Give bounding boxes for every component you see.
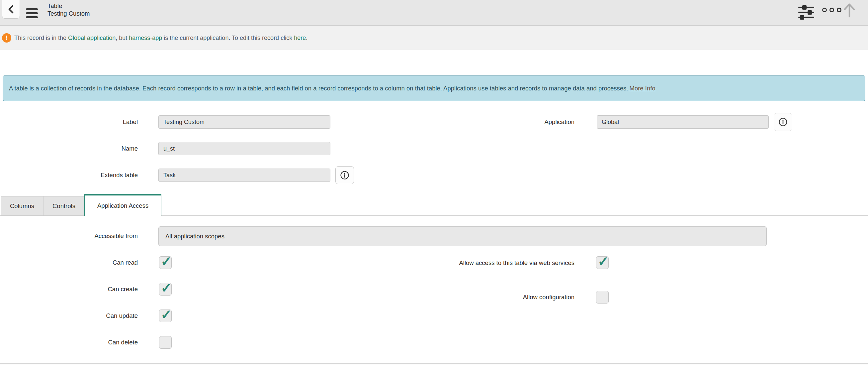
can-read-label: Can read: [0, 258, 138, 267]
accessible-from-select[interactable]: All application scopes: [158, 226, 767, 246]
record-type-label: Table: [48, 2, 90, 10]
label-field-label: Label: [0, 118, 138, 126]
form-tabs: Columns Controls Application Access: [0, 194, 868, 216]
warning-text: is the current application. To edit this…: [162, 35, 294, 41]
accessible-from-value: All application scopes: [165, 233, 224, 240]
can-create-checkbox[interactable]: [159, 283, 172, 295]
application-info-button[interactable]: [774, 113, 792, 131]
tab-application-access[interactable]: Application Access: [84, 194, 161, 216]
info-circle-icon: [778, 117, 788, 127]
global-application-link[interactable]: Global application: [68, 35, 116, 41]
allow-web-services-checkbox[interactable]: [596, 256, 609, 269]
banner-text: A table is a collection of records in th…: [9, 85, 628, 92]
more-options-icon[interactable]: [822, 8, 841, 12]
allow-web-services-label: Allow access to this table via web servi…: [428, 258, 575, 268]
cross-scope-warning-bar: ! This record is in the Global applicati…: [0, 26, 868, 50]
record-name-label: Testing Custom: [48, 10, 90, 17]
warning-text: This record is in the: [14, 35, 68, 41]
table-info-banner: A table is a collection of records in th…: [3, 76, 865, 101]
accessible-from-label: Accessible from: [0, 232, 138, 240]
can-update-label: Can update: [0, 312, 138, 320]
can-delete-checkbox[interactable]: [159, 336, 172, 349]
label-field-input[interactable]: [158, 115, 331, 128]
personalize-form-icon[interactable]: [798, 4, 814, 20]
extends-table-info-button[interactable]: [335, 166, 354, 184]
chevron-left-icon: [7, 5, 14, 13]
application-field-label: Application: [428, 118, 575, 126]
harness-app-link[interactable]: harness-app: [129, 35, 162, 41]
warning-icon: !: [2, 33, 11, 42]
warning-message: This record is in the Global application…: [14, 35, 308, 41]
application-field-input[interactable]: [597, 115, 769, 128]
back-button[interactable]: [2, 0, 20, 19]
can-update-checkbox[interactable]: [159, 310, 172, 322]
page-title: Table Testing Custom: [48, 2, 90, 17]
tab-controls[interactable]: Controls: [43, 196, 85, 216]
allow-configuration-label: Allow configuration: [428, 293, 575, 302]
warning-text: .: [306, 35, 308, 41]
info-circle-icon: [340, 171, 349, 180]
name-field-input[interactable]: [158, 142, 331, 155]
scroll-up-icon[interactable]: [842, 3, 857, 18]
can-create-label: Can create: [0, 285, 138, 293]
extends-table-field-label: Extends table: [0, 171, 138, 179]
form-header: Table Testing Custom: [0, 0, 868, 26]
can-delete-label: Can delete: [0, 338, 138, 347]
edit-here-link[interactable]: here: [294, 35, 306, 41]
extends-table-input[interactable]: [158, 169, 331, 182]
tab-columns[interactable]: Columns: [1, 196, 43, 216]
allow-configuration-checkbox[interactable]: [596, 291, 609, 304]
name-field-label: Name: [0, 144, 138, 153]
can-read-checkbox[interactable]: [159, 256, 172, 269]
more-info-link[interactable]: More Info: [629, 85, 655, 92]
context-menu-icon[interactable]: [26, 8, 38, 18]
warning-text: , but: [116, 35, 129, 41]
